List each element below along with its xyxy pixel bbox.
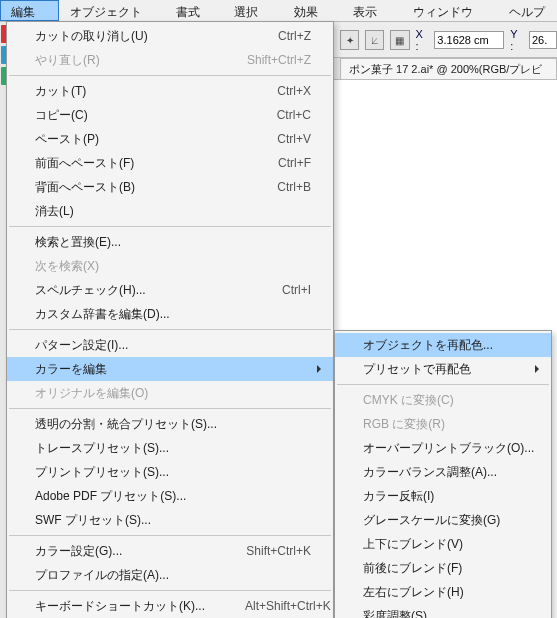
edit-color-submenu: オブジェクトを再配色...プリセットで再配色CMYK に変換(C)RGB に変換… (334, 330, 552, 618)
edit-menu-item[interactable]: ペースト(P)Ctrl+V (7, 127, 333, 151)
menu-item-label: やり直し(R) (35, 52, 207, 69)
edit-menu-item[interactable]: 前面へペースト(F)Ctrl+F (7, 151, 333, 175)
edit-menu-item: やり直し(R)Shift+Ctrl+Z (7, 48, 333, 72)
color-submenu-item[interactable]: 左右にブレンド(H) (335, 580, 551, 604)
menu-item-shortcut: Shift+Ctrl+Z (207, 53, 311, 67)
anchor-convert-icon[interactable]: ✦ (340, 30, 359, 50)
edit-menu-item[interactable]: スペルチェック(H)...Ctrl+I (7, 278, 333, 302)
edit-menu-item[interactable]: 透明の分割・統合プリセット(S)... (7, 412, 333, 436)
menu-item-label: カットの取り消し(U) (35, 28, 238, 45)
menubar: 編集(E)オブジェクト(O)書式(T)選択(S)効果(C)表示(V)ウィンドウ(… (0, 0, 557, 22)
edit-menu-item: 次を検索(X) (7, 254, 333, 278)
edit-menu-item[interactable]: 背面へペースト(B)Ctrl+B (7, 175, 333, 199)
menu-item-shortcut: Ctrl+C (237, 108, 311, 122)
menu-item-label: オリジナルを編集(O) (35, 385, 311, 402)
menu-separator (9, 329, 331, 330)
edit-menu-item[interactable]: カット(T)Ctrl+X (7, 79, 333, 103)
color-submenu-item: CMYK に変換(C) (335, 388, 551, 412)
menu-item-label: 左右にブレンド(H) (363, 584, 529, 601)
menu-separator (9, 408, 331, 409)
edit-menu-item[interactable]: 検索と置換(E)... (7, 230, 333, 254)
color-submenu-item[interactable]: プリセットで再配色 (335, 357, 551, 381)
edit-menu-item[interactable]: プロファイルの指定(A)... (7, 563, 333, 587)
menu-item-label: トレースプリセット(S)... (35, 440, 311, 457)
menu-item-label: 前面へペースト(F) (35, 155, 238, 172)
menu-item-shortcut: Ctrl+X (237, 84, 311, 98)
align-grid-icon[interactable]: ▦ (390, 30, 409, 50)
menubar-item[interactable]: 効果(C) (283, 0, 343, 21)
menu-item-shortcut: Ctrl+B (237, 180, 311, 194)
menu-item-label: 前後にブレンド(F) (363, 560, 529, 577)
menu-item-label: 上下にブレンド(V) (363, 536, 529, 553)
menu-item-label: カラー設定(G)... (35, 543, 206, 560)
menu-item-label: コピー(C) (35, 107, 237, 124)
color-submenu-item: RGB に変換(R) (335, 412, 551, 436)
menubar-item[interactable]: ヘルプ( (498, 0, 557, 21)
menu-item-label: プリントプリセット(S)... (35, 464, 311, 481)
menubar-item[interactable]: 書式(T) (165, 0, 224, 21)
menubar-item[interactable]: 表示(V) (342, 0, 401, 21)
menu-item-label: CMYK に変換(C) (363, 392, 529, 409)
menu-item-label: SWF プリセット(S)... (35, 512, 311, 529)
edit-menu-item[interactable]: カスタム辞書を編集(D)... (7, 302, 333, 326)
menu-item-label: カラー反転(I) (363, 488, 529, 505)
menu-item-label: パターン設定(I)... (35, 337, 311, 354)
menubar-item[interactable]: ウィンドウ(W) (402, 0, 498, 21)
menu-item-label: Adobe PDF プリセット(S)... (35, 488, 311, 505)
edit-menu-item[interactable]: SWF プリセット(S)... (7, 508, 333, 532)
edit-menu-item[interactable]: プリントプリセット(S)... (7, 460, 333, 484)
menubar-item[interactable]: オブジェクト(O) (59, 0, 164, 21)
anchor-handles-icon[interactable]: ⟀ (365, 30, 384, 50)
menu-item-label: プロファイルの指定(A)... (35, 567, 311, 584)
x-label: X : (416, 28, 429, 52)
menu-separator (9, 590, 331, 591)
edit-menu-item[interactable]: パターン設定(I)... (7, 333, 333, 357)
menu-item-shortcut: Ctrl+V (237, 132, 311, 146)
menu-item-shortcut: Alt+Shift+Ctrl+K (205, 599, 331, 613)
menu-item-label: カラーバランス調整(A)... (363, 464, 529, 481)
edit-menu: カットの取り消し(U)Ctrl+Zやり直し(R)Shift+Ctrl+Zカット(… (6, 21, 334, 618)
menu-item-label: RGB に変換(R) (363, 416, 529, 433)
menu-item-shortcut: Ctrl+Z (238, 29, 311, 43)
x-coordinate-input[interactable] (434, 31, 504, 49)
edit-menu-item[interactable]: キーボードショートカット(K)...Alt+Shift+Ctrl+K (7, 594, 333, 618)
color-submenu-item[interactable]: オーバープリントブラック(O)... (335, 436, 551, 460)
edit-menu-item[interactable]: コピー(C)Ctrl+C (7, 103, 333, 127)
edit-menu-item[interactable]: トレースプリセット(S)... (7, 436, 333, 460)
menu-item-label: プリセットで再配色 (363, 361, 529, 378)
menubar-item[interactable]: 選択(S) (223, 0, 282, 21)
edit-menu-item[interactable]: Adobe PDF プリセット(S)... (7, 484, 333, 508)
menu-item-label: オーバープリントブラック(O)... (363, 440, 534, 457)
color-submenu-item[interactable]: 前後にブレンド(F) (335, 556, 551, 580)
edit-menu-item: オリジナルを編集(O) (7, 381, 333, 405)
menu-separator (9, 535, 331, 536)
y-label: Y : (510, 28, 523, 52)
y-coordinate-input[interactable] (529, 31, 557, 49)
edit-menu-item[interactable]: カットの取り消し(U)Ctrl+Z (7, 24, 333, 48)
color-submenu-item[interactable]: 上下にブレンド(V) (335, 532, 551, 556)
menu-item-label: スペルチェック(H)... (35, 282, 242, 299)
menu-separator (9, 75, 331, 76)
color-submenu-item[interactable]: カラー反転(I) (335, 484, 551, 508)
color-submenu-item[interactable]: オブジェクトを再配色... (335, 333, 551, 357)
menu-item-label: 彩度調整(S)... (363, 608, 529, 619)
color-submenu-item[interactable]: 彩度調整(S)... (335, 604, 551, 618)
menu-item-label: 次を検索(X) (35, 258, 311, 275)
menu-item-label: ペースト(P) (35, 131, 237, 148)
menu-item-shortcut: Ctrl+F (238, 156, 311, 170)
menu-item-label: グレースケールに変換(G) (363, 512, 529, 529)
edit-menu-item[interactable]: カラー設定(G)...Shift+Ctrl+K (7, 539, 333, 563)
menu-item-label: 消去(L) (35, 203, 311, 220)
menu-item-shortcut: Ctrl+I (242, 283, 311, 297)
menu-item-label: オブジェクトを再配色... (363, 337, 529, 354)
menu-item-shortcut: Shift+Ctrl+K (206, 544, 311, 558)
menu-item-label: 背面へペースト(B) (35, 179, 237, 196)
document-tab[interactable]: ポン菓子 17 2.ai* @ 200%(RGB/プレビュー (340, 58, 557, 79)
edit-menu-item[interactable]: カラーを編集 (7, 357, 333, 381)
color-submenu-item[interactable]: カラーバランス調整(A)... (335, 460, 551, 484)
menu-separator (9, 226, 331, 227)
menubar-item[interactable]: 編集(E) (0, 0, 59, 21)
menu-separator (337, 384, 549, 385)
color-submenu-item[interactable]: グレースケールに変換(G) (335, 508, 551, 532)
edit-menu-item[interactable]: 消去(L) (7, 199, 333, 223)
